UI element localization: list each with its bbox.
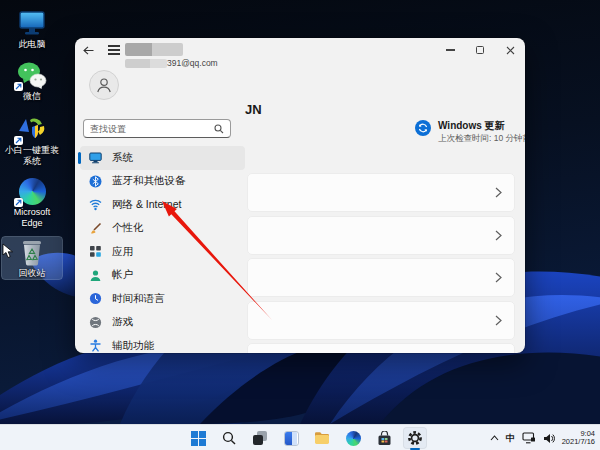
settings-window: 设置 391@qq.com xyxy=(75,38,525,353)
desktop-icon-label: 此电脑 xyxy=(19,39,46,50)
nav-item-gaming[interactable]: 游戏 xyxy=(80,311,245,335)
gear-icon xyxy=(407,430,423,446)
navigation-menu-icon[interactable] xyxy=(101,38,127,62)
microsoft-store-button[interactable] xyxy=(372,427,396,449)
settings-row[interactable] xyxy=(247,343,515,353)
taskbar-center-icons xyxy=(186,427,427,449)
desktop: 此电脑 微信 xyxy=(0,0,600,450)
network-icon[interactable] xyxy=(522,432,536,444)
settings-row[interactable] xyxy=(247,258,515,297)
xiaobai-reinstall-icon xyxy=(16,114,48,144)
this-pc-icon xyxy=(16,8,48,38)
update-status: 上次检查时间: 10 分钟前 xyxy=(438,133,525,143)
start-button[interactable] xyxy=(186,427,210,449)
nav-item-apps[interactable]: 应用 xyxy=(80,240,245,264)
desktop-icon-edge[interactable]: Microsoft Edge xyxy=(2,176,62,228)
settings-row[interactable] xyxy=(247,301,515,340)
windows-update-card[interactable]: Windows 更新 上次检查时间: 10 分钟前 xyxy=(415,120,525,143)
xbox-icon xyxy=(89,316,102,329)
wechat-icon xyxy=(16,60,48,90)
device-name-heading: JN xyxy=(245,102,262,117)
update-title: Windows 更新 xyxy=(438,120,525,131)
email-redacted-blur xyxy=(125,59,167,68)
volume-icon[interactable] xyxy=(543,433,555,444)
accessibility-person-icon xyxy=(89,339,102,352)
desktop-icon-label: 小白一键重装系统 xyxy=(2,145,62,166)
desktop-icon-label: 微信 xyxy=(23,91,41,102)
wifi-icon xyxy=(89,198,102,211)
desktop-icon-label: 回收站 xyxy=(19,268,46,279)
nav-item-personalization[interactable]: 个性化 xyxy=(80,217,245,241)
shortcut-arrow-icon xyxy=(14,136,23,145)
settings-nav: 系统 蓝牙和其他设备 网络 & Internet xyxy=(78,146,245,353)
nav-item-bluetooth-devices[interactable]: 蓝牙和其他设备 xyxy=(80,170,245,194)
selected-indicator xyxy=(78,152,81,164)
bluetooth-icon xyxy=(89,175,102,188)
apps-icon xyxy=(89,245,102,258)
search-input[interactable] xyxy=(90,124,214,134)
system-tray: 中 9:04 2021/7/16 xyxy=(490,425,595,450)
maximize-button[interactable] xyxy=(465,38,495,62)
chevron-right-icon xyxy=(495,187,502,198)
windows-update-icon xyxy=(415,120,431,136)
nav-item-accessibility[interactable]: 辅助功能 xyxy=(80,334,245,353)
clock[interactable]: 9:04 2021/7/16 xyxy=(562,430,595,447)
desktop-icon-this-pc[interactable]: 此电脑 xyxy=(2,8,62,50)
mouse-cursor xyxy=(2,243,14,259)
desktop-icon-xiaobai[interactable]: 小白一键重装系统 xyxy=(2,114,62,166)
user-account-area[interactable] xyxy=(89,70,119,100)
close-button[interactable] xyxy=(495,38,525,62)
user-email: 391@qq.com xyxy=(125,58,218,68)
search-icon xyxy=(222,431,236,445)
brush-icon xyxy=(89,222,102,235)
desktop-icon-wechat[interactable]: 微信 xyxy=(2,60,62,102)
accounts-person-icon xyxy=(89,269,102,282)
chevron-right-icon xyxy=(495,315,502,326)
settings-row[interactable] xyxy=(247,173,515,212)
taskbar-search-button[interactable] xyxy=(217,427,241,449)
nav-item-system[interactable]: 系统 xyxy=(80,146,245,170)
recycle-bin-icon xyxy=(16,237,48,267)
tray-date: 2021/7/16 xyxy=(562,438,595,447)
shortcut-arrow-icon xyxy=(14,82,23,91)
nav-item-accounts[interactable]: 帐户 xyxy=(80,264,245,288)
widgets-button[interactable] xyxy=(279,427,303,449)
shortcut-arrow-icon xyxy=(14,198,23,207)
chevron-right-icon xyxy=(495,272,502,283)
edge-button[interactable] xyxy=(341,427,365,449)
task-view-button[interactable] xyxy=(248,427,272,449)
settings-search-box[interactable] xyxy=(83,119,231,138)
taskbar: 中 9:04 2021/7/16 xyxy=(0,424,600,450)
clock-globe-icon xyxy=(89,292,102,305)
user-avatar-icon xyxy=(89,70,119,100)
ime-indicator[interactable]: 中 xyxy=(506,432,515,445)
chevron-right-icon xyxy=(495,230,502,241)
minimize-button[interactable] xyxy=(435,38,465,62)
user-name-redacted xyxy=(125,43,183,56)
system-icon xyxy=(89,151,102,164)
back-button[interactable] xyxy=(75,38,101,62)
nav-item-time-language[interactable]: 时间和语言 xyxy=(80,287,245,311)
file-explorer-button[interactable] xyxy=(310,427,334,449)
edge-icon xyxy=(16,176,48,206)
settings-row-list xyxy=(247,173,515,353)
email-visible-text: 391@qq.com xyxy=(167,58,218,68)
search-icon xyxy=(214,124,224,134)
settings-taskbar-button[interactable] xyxy=(403,427,427,449)
settings-row[interactable] xyxy=(247,216,515,255)
nav-item-network-internet[interactable]: 网络 & Internet xyxy=(80,193,245,217)
desktop-icon-label: Microsoft Edge xyxy=(2,207,62,228)
hidden-icons-chevron[interactable] xyxy=(490,435,499,441)
